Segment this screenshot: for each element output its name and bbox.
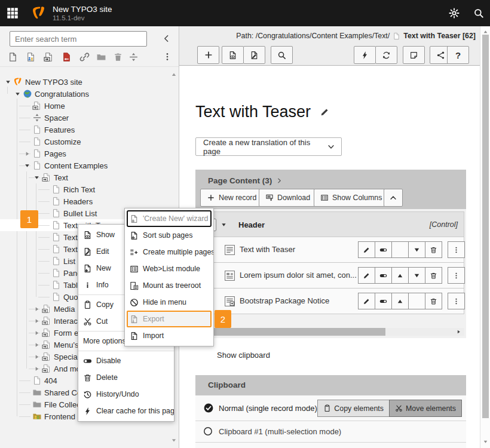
tree-item-content-examples[interactable]: Content Examples [0,159,170,171]
folder-button[interactable] [94,50,108,63]
tree-item-text[interactable]: Text [0,171,170,183]
clear-cache-button[interactable] [354,46,376,64]
horizontal-scrollbar-thumb[interactable] [197,328,385,336]
tree-scroll-up-icon[interactable] [171,72,177,78]
move-up-button[interactable] [391,293,409,309]
more-vertical-icon[interactable] [161,50,173,63]
clipboard-row-clipboard-2-multi-selection-mode[interactable]: Clipboard #2 (multi-selection mode) [195,443,466,448]
move-up-button[interactable] [391,267,409,284]
edit-page-button[interactable] [243,46,265,64]
copy-elements-button[interactable]: Copy elements [317,400,390,417]
scroll-down-icon[interactable] [483,439,488,444]
expander-closed-icon[interactable] [32,315,41,327]
link-button[interactable] [78,50,91,63]
expander-closed-icon[interactable] [32,303,41,315]
content-row-label[interactable]: Bootstrap Package Notice [240,289,329,314]
expander-closed-icon[interactable] [32,327,41,339]
download-button[interactable]: Download [259,189,317,207]
move-down-button[interactable] [408,241,425,258]
submenu-item-web-list-module[interactable]: Web>List module [125,260,213,277]
tree-item-customize[interactable]: Customize [0,136,170,148]
edit-title-icon[interactable] [320,107,330,117]
content-row-label[interactable]: Lorem ipsum dolor sit amet, con... [240,263,357,288]
globe-icon [23,89,32,99]
scroll-right-icon[interactable] [456,329,461,335]
delete-button[interactable] [111,50,124,63]
expander-closed-icon[interactable] [32,339,41,351]
delete-button[interactable] [425,241,442,258]
gear-icon[interactable] [449,8,460,19]
delete-button[interactable] [425,293,442,309]
more-options-button[interactable] [448,293,465,309]
vertical-scrollbar-thumb[interactable] [482,35,489,418]
show-columns-button[interactable]: Show Columns [314,189,388,207]
expander-closed-icon[interactable] [32,351,41,363]
menu-item-disable[interactable]: Disable [78,352,174,369]
clipboard-row-clipboard-1-multi-selection-mode[interactable]: Clipboard #1 (multi-selection mode) [195,421,466,443]
modules-grid-icon[interactable] [7,7,19,19]
submenu-item-import[interactable]: Import [125,327,213,344]
more-options-button[interactable] [448,267,465,284]
vertical-scrollbar[interactable] [480,26,490,448]
refresh-button[interactable] [375,46,397,64]
submenu-item-create-new-wizard[interactable]: 'Create New' wizard [127,210,212,227]
move-page-button[interactable] [42,50,55,63]
edit-button[interactable] [358,267,375,284]
view-page-button[interactable] [222,46,244,64]
help-button[interactable]: ? [447,46,469,64]
expander-open-icon[interactable] [13,88,22,100]
submenu-item-mount-as-treeroot[interactable]: Mount as treeroot [125,277,213,294]
tree-item-headers[interactable]: Headers [0,195,170,207]
collapse-sidebar-icon[interactable] [161,33,172,44]
clipboard-row-normal-single-record-mode[interactable]: Normal (single record mode)Copy elements… [195,395,466,421]
new-record-button[interactable]: New record [200,189,263,207]
visibility-toggle-button[interactable] [375,267,392,284]
expander-open-icon[interactable] [32,171,41,183]
submenu-item-create-multiple-pages[interactable]: Create multiple pages [125,244,213,260]
menu-separator [78,351,174,351]
spacer-button[interactable] [127,50,140,63]
submenu-item-export[interactable]: Export [127,311,212,327]
more-options-button[interactable] [448,241,465,258]
move-down-button[interactable] [408,267,425,284]
submenu-item-sort-sub-pages[interactable]: Sort sub pages [125,227,213,244]
new-page-button[interactable] [6,50,19,63]
delete-button[interactable] [425,267,442,284]
move-elements-button[interactable]: Move elements [389,400,462,417]
tree-item-pages[interactable]: Pages [0,148,170,159]
tree-scroll-down-icon[interactable] [171,437,177,443]
page-content-title-link[interactable]: Page Content (3) [208,176,283,185]
scroll-up-icon[interactable] [483,29,488,35]
tree-search-input[interactable] [10,31,147,47]
collapse-panel-button[interactable] [384,189,403,207]
page-owner-button[interactable] [24,50,37,63]
content-row-label[interactable]: Text with Teaser [240,237,295,262]
expander-open-icon[interactable] [23,159,31,171]
new-content-button[interactable] [197,46,219,64]
search-button[interactable] [271,46,293,64]
note-button[interactable] [403,46,425,64]
menu-item-history-undo[interactable]: History/Undo [78,386,174,403]
horizontal-scrollbar[interactable] [197,328,464,336]
search-icon[interactable] [473,8,484,19]
edit-button[interactable] [358,293,375,309]
expander-closed-icon[interactable] [32,363,41,375]
menu-item-clear-cache-for-this-page[interactable]: Clear cache for this page [78,403,174,419]
caret-down-icon[interactable] [220,222,227,228]
tree-item-spacer[interactable]: Spacer [0,112,170,124]
paste-button[interactable] [60,50,73,63]
expander-closed-icon[interactable] [23,148,31,159]
tree-item-new-typo3-site[interactable]: New TYPO3 site [0,76,170,88]
visibility-toggle-button[interactable] [375,293,392,309]
menu-item-delete[interactable]: Delete [78,369,174,386]
show-clipboard-link[interactable]: Show clipboard [217,351,270,360]
submenu-item-hide-in-menu[interactable]: Hide in menu [125,294,213,311]
tree-item-congratulations[interactable]: Congratulations [0,88,170,100]
new-translation-dropdown[interactable]: Create a new translation of this page [195,137,342,156]
expander-open-icon[interactable] [4,76,12,88]
tree-item-features[interactable]: Features [0,124,170,136]
edit-button[interactable] [358,241,375,258]
visibility-toggle-button[interactable] [375,241,392,258]
tree-item-rich-text[interactable]: Rich Text [0,183,170,195]
tree-item-home[interactable]: Home [0,100,170,112]
